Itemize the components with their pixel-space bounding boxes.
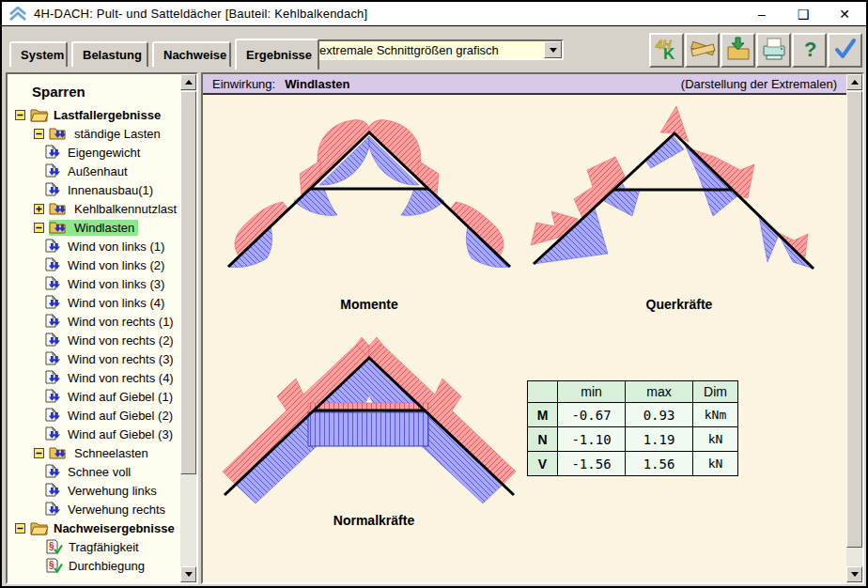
column-header-Dim: Dim bbox=[693, 381, 738, 403]
tree-item-tragfähigkeit[interactable]: §Tragfähigkeit bbox=[8, 537, 196, 556]
tree-item-wind-von-links-1-[interactable]: Wind von links (1) bbox=[8, 237, 196, 255]
tree-item-wind-von-rechts-3-[interactable]: Wind von rechts (3) bbox=[8, 349, 196, 368]
table-row-N: N-1.101.19kN bbox=[528, 427, 738, 452]
tab-belastung[interactable]: Belastung bbox=[71, 41, 148, 67]
tree-item-label: Wind von links (1) bbox=[67, 239, 168, 255]
confirm-button[interactable] bbox=[828, 33, 862, 68]
scroll-up-button[interactable] bbox=[846, 74, 862, 90]
load-case-icon bbox=[45, 370, 63, 386]
expand-icon[interactable] bbox=[34, 204, 44, 214]
tree-item-schneelasten[interactable]: Schneelasten bbox=[8, 443, 196, 462]
normalkraefte-label: Normalkräfte bbox=[219, 513, 529, 528]
timber-button[interactable] bbox=[685, 33, 720, 68]
maximize-button[interactable]: ❑ bbox=[795, 7, 812, 22]
dimension-unit: kN bbox=[693, 452, 738, 476]
einwirkung-value: Windlasten bbox=[285, 77, 349, 91]
results-header-bar: Einwirkung: Windlasten (Darstellung der … bbox=[203, 74, 846, 95]
collapse-icon[interactable] bbox=[34, 448, 44, 458]
collapse-icon[interactable] bbox=[34, 129, 44, 139]
tree-item-wind-von-links-3-[interactable]: Wind von links (3) bbox=[8, 274, 196, 293]
tree-item-lastfallergebnisse[interactable]: Lastfallergebnisse bbox=[8, 105, 196, 124]
scroll-down-button[interactable] bbox=[180, 566, 196, 582]
tree-item-label: Nachweisergebnisse bbox=[53, 520, 178, 536]
load-case-icon bbox=[45, 295, 63, 311]
tree-item-wind-von-links-2-[interactable]: Wind von links (2) bbox=[8, 255, 196, 274]
tree-item-schnee-voll[interactable]: Schnee voll bbox=[8, 462, 196, 481]
tree-item-durchbiegung[interactable]: §Durchbiegung bbox=[8, 556, 196, 575]
open-folder-icon bbox=[30, 108, 49, 122]
minimize-button[interactable]: – bbox=[753, 7, 770, 22]
tree-item-label: Eigengewicht bbox=[67, 145, 144, 161]
tree-item-eigengewicht[interactable]: Eigengewicht bbox=[8, 143, 196, 162]
main-scrollbar[interactable] bbox=[846, 74, 862, 582]
tree-item-wind-auf-giebel-1-[interactable]: Wind auf Giebel (1) bbox=[8, 387, 196, 406]
tree-item-verwehung-rechts[interactable]: Verwehung rechts bbox=[8, 500, 196, 518]
scroll-up-button[interactable] bbox=[180, 74, 196, 90]
momente-label: Momente bbox=[219, 297, 519, 312]
export-icon bbox=[726, 37, 751, 64]
scrollbar-thumb[interactable] bbox=[180, 91, 196, 474]
tree-item-wind-von-rechts-4-[interactable]: Wind von rechts (4) bbox=[8, 368, 196, 387]
tree-item-wind-auf-giebel-2-[interactable]: Wind auf Giebel (2) bbox=[8, 406, 196, 425]
tree-item-label: Wind von links (2) bbox=[67, 257, 168, 273]
tab-nachweise[interactable]: Nachweise bbox=[152, 41, 231, 67]
tree-item-windlasten[interactable]: Windlasten bbox=[8, 218, 196, 237]
tree-item-nachweisergebnisse[interactable]: Nachweisergebnisse bbox=[8, 518, 196, 537]
tree-item-wind-von-rechts-2-[interactable]: Wind von rechts (2) bbox=[8, 331, 196, 349]
min-value: -1.10 bbox=[558, 427, 626, 452]
sidebar-scrollbar[interactable] bbox=[180, 74, 196, 582]
tree-item-label: Wind von rechts (2) bbox=[67, 333, 178, 348]
help-button[interactable]: ? bbox=[792, 33, 827, 68]
load-folder-icon bbox=[49, 201, 70, 217]
load-case-icon bbox=[45, 276, 63, 292]
dimension-unit: kN bbox=[693, 427, 738, 452]
table-header-row: minmaxDim bbox=[528, 381, 738, 403]
row-label: M bbox=[528, 403, 558, 427]
min-value: -1.56 bbox=[558, 452, 626, 476]
tab-system[interactable]: System bbox=[9, 41, 68, 67]
querkraefte-label: Querkräfte bbox=[529, 297, 829, 312]
tree-item-ständige-lasten[interactable]: ständige Lasten bbox=[8, 124, 196, 143]
tree-item-label: Wind von links (3) bbox=[67, 276, 168, 292]
confirm-icon bbox=[833, 37, 858, 64]
scroll-down-button[interactable] bbox=[846, 566, 862, 582]
scrollbar-thumb[interactable] bbox=[846, 91, 862, 548]
result-view-dropdown[interactable]: extremale Schnittgrößen grafisch bbox=[312, 39, 564, 60]
triangle-down-icon bbox=[851, 572, 859, 577]
tree-item-kehlbalkennutzlast[interactable]: Kehlbalkennutzlast bbox=[8, 199, 196, 218]
tree-item-wind-von-rechts-1-[interactable]: Wind von rechts (1) bbox=[8, 312, 196, 331]
column-header-min: min bbox=[558, 381, 626, 403]
tree-item-wind-auf-giebel-3-[interactable]: Wind auf Giebel (3) bbox=[8, 425, 196, 443]
querkraefte-plot bbox=[529, 102, 829, 290]
results-panel: Einwirkung: Windlasten (Darstellung der … bbox=[201, 72, 864, 584]
tree-item-wind-von-links-4-[interactable]: Wind von links (4) bbox=[8, 293, 196, 312]
tree-item-außenhaut[interactable]: Außenhaut bbox=[8, 162, 196, 180]
load-folder-icon bbox=[49, 126, 70, 142]
proof-check-icon: § bbox=[45, 558, 64, 574]
tree-panel-title: Sparren bbox=[8, 74, 196, 105]
tab-ergebnisse[interactable]: Ergebnisse bbox=[235, 39, 319, 70]
close-button[interactable]: ✕ bbox=[836, 7, 853, 22]
normalkraefte-plot bbox=[219, 337, 529, 506]
print-button[interactable] bbox=[756, 33, 791, 68]
export-button[interactable] bbox=[721, 33, 755, 68]
svg-text:§: § bbox=[49, 541, 54, 551]
load-case-icon bbox=[45, 351, 63, 367]
tree-item-innenausbau-1-[interactable]: Innenausbau(1) bbox=[8, 180, 196, 199]
collapse-icon[interactable] bbox=[34, 223, 44, 233]
logo-4h-icon: 4HK bbox=[655, 37, 679, 64]
tree-item-label: Schneelasten bbox=[73, 445, 152, 461]
tree-item-label: Kehlbalkennutzlast bbox=[73, 201, 180, 217]
tree-item-verwehung-links[interactable]: Verwehung links bbox=[8, 481, 196, 500]
tree-item-label: Wind auf Giebel (2) bbox=[67, 408, 177, 424]
tree-item-label: ständige Lasten bbox=[73, 126, 164, 142]
dropdown-arrow-button[interactable] bbox=[544, 41, 562, 58]
tree-item-label: Wind von rechts (1) bbox=[67, 314, 178, 330]
logo-4h-button[interactable]: 4HK bbox=[649, 33, 684, 68]
tree-item-label: Wind von rechts (3) bbox=[67, 351, 178, 367]
dimension-unit: kNm bbox=[693, 403, 738, 427]
load-folder-icon bbox=[49, 445, 70, 461]
load-case-icon bbox=[45, 257, 63, 273]
collapse-icon[interactable] bbox=[15, 523, 25, 534]
collapse-icon[interactable] bbox=[15, 110, 25, 120]
